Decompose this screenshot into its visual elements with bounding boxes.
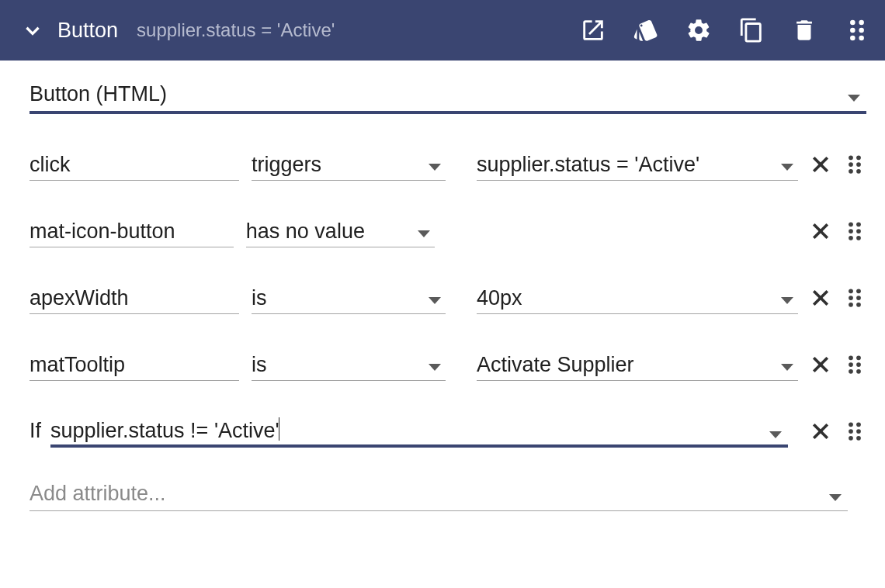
condition-prefix: If [30, 419, 41, 448]
close-icon [809, 286, 832, 310]
svg-point-35 [856, 362, 861, 367]
row-drag-handle[interactable] [843, 153, 866, 179]
attr-name-value: matTooltip [30, 354, 125, 377]
row-actions [809, 353, 866, 381]
svg-point-42 [849, 429, 853, 434]
header-left: Button supplier.status = 'Active' [22, 19, 579, 43]
svg-point-37 [856, 369, 861, 374]
row-drag-handle[interactable] [843, 353, 866, 379]
dropdown-arrow-icon [769, 431, 782, 438]
svg-point-11 [856, 162, 861, 167]
svg-point-29 [856, 303, 861, 307]
open-external-button[interactable] [579, 16, 607, 44]
drag-icon [843, 153, 866, 176]
attr-name-field[interactable]: mat-icon-button [30, 215, 234, 247]
svg-point-24 [849, 289, 853, 293]
drag-icon [844, 17, 870, 43]
svg-point-8 [849, 155, 853, 160]
dropdown-arrow-icon [781, 164, 793, 171]
dropdown-arrow-icon [781, 364, 793, 371]
svg-point-33 [856, 355, 861, 360]
row-drag-handle[interactable] [843, 420, 866, 446]
svg-point-28 [849, 303, 853, 307]
collapse-toggle[interactable] [22, 19, 43, 41]
attr-operator-select[interactable]: has no value [246, 215, 435, 247]
close-icon [809, 420, 832, 443]
attribute-row: click triggers supplier.status = 'Active… [30, 148, 866, 181]
element-type-label: Button (HTML) [30, 82, 848, 106]
remove-row-button[interactable] [809, 153, 832, 179]
svg-point-20 [849, 236, 853, 240]
attr-name-field[interactable]: click [30, 148, 239, 181]
svg-point-34 [849, 362, 853, 367]
dropdown-arrow-icon [429, 164, 441, 171]
row-actions [809, 286, 866, 314]
svg-point-9 [856, 155, 861, 160]
svg-point-1 [859, 20, 864, 26]
settings-button[interactable] [685, 16, 713, 44]
attr-name-value: click [30, 154, 71, 177]
svg-point-45 [856, 436, 861, 441]
remove-row-button[interactable] [809, 353, 832, 379]
svg-point-43 [856, 429, 861, 434]
condition-row: If supplier.status != 'Active' [30, 415, 866, 448]
drag-icon [843, 353, 866, 376]
svg-point-10 [849, 162, 853, 167]
attribute-row: apexWidth is 40px [30, 282, 866, 314]
dropdown-arrow-icon [781, 297, 793, 304]
condition-expression-value: supplier.status != 'Active' [50, 417, 279, 443]
attr-value-select[interactable]: 40px [477, 282, 798, 314]
attr-value-text: 40px [477, 287, 522, 310]
element-type-select[interactable]: Button (HTML) [30, 82, 866, 114]
drag-icon [843, 286, 866, 310]
dropdown-arrow-icon [429, 364, 441, 371]
gear-icon [685, 17, 712, 43]
attr-name-field[interactable]: apexWidth [30, 282, 239, 314]
attr-operator-select[interactable]: is [252, 348, 446, 381]
attr-operator-value: is [252, 354, 267, 377]
dropdown-arrow-icon [848, 95, 860, 102]
remove-row-button[interactable] [809, 286, 832, 313]
attr-operator-value: is [252, 287, 267, 310]
attr-operator-select[interactable]: triggers [252, 148, 446, 181]
drag-handle[interactable] [843, 16, 871, 44]
svg-point-5 [859, 36, 864, 41]
copy-icon [738, 17, 765, 43]
attr-operator-value: triggers [252, 154, 321, 177]
attr-value-text: supplier.status = 'Active' [477, 154, 699, 177]
drag-icon [843, 420, 866, 443]
drag-icon [843, 220, 866, 243]
condition-expression-field[interactable]: supplier.status != 'Active' [50, 415, 788, 448]
svg-point-18 [849, 229, 853, 233]
svg-point-21 [856, 236, 861, 240]
attr-name-value: mat-icon-button [30, 220, 175, 244]
remove-row-button[interactable] [809, 220, 832, 246]
panel-content: Button (HTML) click triggers supplier.st… [0, 61, 885, 511]
attribute-row: mat-icon-button has no value [30, 215, 866, 247]
attr-operator-select[interactable]: is [252, 282, 446, 314]
svg-point-32 [849, 355, 853, 360]
dropdown-arrow-icon [418, 230, 430, 237]
svg-point-12 [849, 169, 853, 174]
svg-point-0 [850, 20, 856, 26]
svg-point-27 [856, 296, 861, 300]
attribute-row: matTooltip is Activate Supplier [30, 348, 866, 381]
header-actions [579, 16, 871, 44]
theme-button[interactable] [632, 16, 660, 44]
attr-name-field[interactable]: matTooltip [30, 348, 239, 381]
row-actions [809, 420, 866, 448]
remove-row-button[interactable] [809, 420, 832, 446]
delete-button[interactable] [790, 16, 818, 44]
add-attribute-select[interactable]: Add attribute... [30, 482, 848, 511]
close-icon [809, 153, 832, 176]
svg-point-19 [856, 229, 861, 233]
close-icon [809, 220, 832, 243]
row-drag-handle[interactable] [843, 220, 866, 246]
dropdown-arrow-icon [829, 494, 842, 501]
attr-value-select[interactable]: Activate Supplier [477, 348, 798, 381]
attr-value-select[interactable]: supplier.status = 'Active' [477, 148, 798, 181]
attr-value-text: Activate Supplier [477, 354, 634, 377]
svg-point-26 [849, 296, 853, 300]
row-drag-handle[interactable] [843, 286, 866, 313]
copy-button[interactable] [738, 16, 765, 44]
